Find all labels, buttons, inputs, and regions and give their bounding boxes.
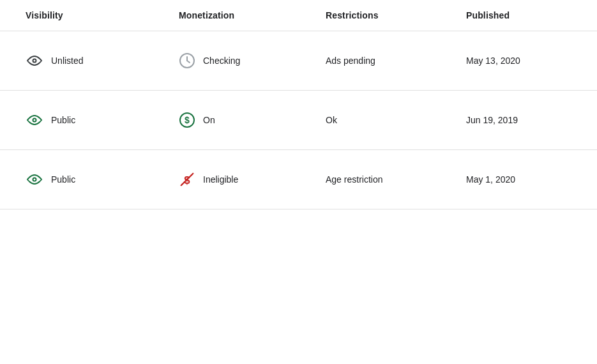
svg-line-4: [187, 61, 190, 63]
svg-text:$: $: [185, 115, 190, 125]
svg-point-1: [34, 60, 36, 62]
published-date: May 13, 2020: [466, 56, 520, 66]
svg-point-6: [34, 119, 36, 121]
published-cell: Jun 19, 2019: [466, 115, 597, 125]
published-date: May 1, 2020: [466, 174, 515, 185]
monetization-cell: $ Ineligible: [179, 171, 326, 188]
visibility-label: Public: [51, 115, 75, 125]
table-row[interactable]: Public $ Ineligible Age restriction May …: [0, 150, 597, 209]
header-visibility: Visibility: [26, 10, 179, 20]
visibility-cell: Public: [26, 171, 179, 188]
published-cell: May 1, 2020: [466, 174, 597, 185]
restrictions-cell: Age restriction: [326, 174, 466, 185]
restrictions-value: Ok: [326, 115, 337, 125]
restrictions-value: Age restriction: [326, 174, 382, 185]
visibility-cell: Unlisted: [26, 52, 179, 70]
dollar-on-icon: $: [179, 112, 195, 128]
content-table: Visibility Monetization Restrictions Pub…: [0, 0, 597, 209]
header-monetization: Monetization: [179, 10, 326, 20]
visibility-label: Public: [51, 174, 75, 185]
monetization-label: Checking: [203, 56, 240, 66]
table-row[interactable]: Unlisted Checking Ads pending May 13, 20…: [0, 31, 597, 91]
eye-public-icon-2: [26, 171, 43, 188]
restrictions-cell: Ok: [326, 115, 466, 125]
table-row[interactable]: Public $ On Ok Jun 19, 2019: [0, 91, 597, 150]
visibility-cell: Public: [26, 111, 179, 129]
monetization-label: On: [203, 115, 215, 125]
clock-icon: [179, 52, 195, 69]
visibility-label: Unlisted: [51, 56, 84, 66]
restrictions-cell: Ads pending: [326, 56, 466, 66]
published-cell: May 13, 2020: [466, 56, 597, 66]
header-restrictions: Restrictions: [326, 10, 466, 20]
monetization-cell: $ On: [179, 112, 326, 128]
header-published: Published: [466, 10, 597, 20]
eye-public-icon: [26, 111, 43, 129]
table-header: Visibility Monetization Restrictions Pub…: [0, 0, 597, 31]
restrictions-value: Ads pending: [326, 56, 375, 66]
monetization-label: Ineligible: [203, 174, 238, 185]
monetization-cell: Checking: [179, 52, 326, 69]
svg-point-10: [34, 179, 36, 181]
eye-unlisted-icon: [26, 52, 43, 70]
published-date: Jun 19, 2019: [466, 115, 518, 125]
dollar-ineligible-icon: $: [179, 171, 195, 188]
